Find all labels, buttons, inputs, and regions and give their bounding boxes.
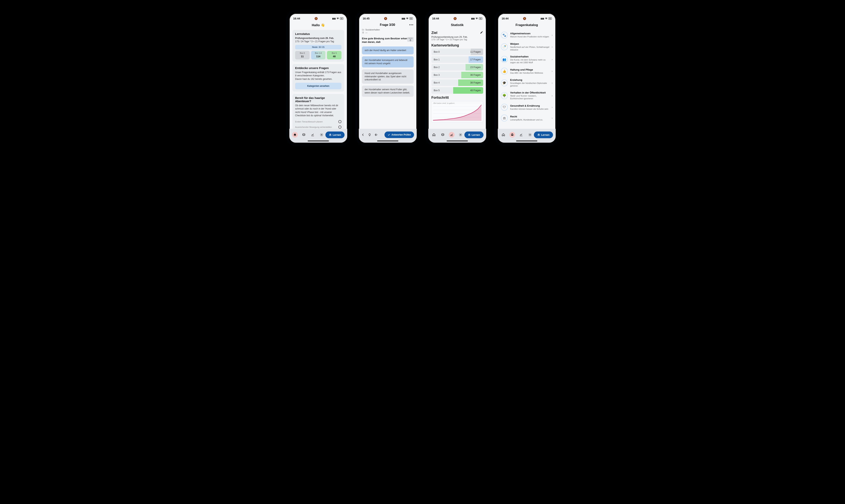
category-icon: 👥 xyxy=(501,56,508,63)
statusbar: 16:44 🔕 ▮▮▮ 52 xyxy=(289,14,347,22)
dist-row[interactable]: Box 438 Fragen xyxy=(431,79,483,86)
category-item[interactable]: ⚖ RechtLeinenpflicht, Hundesteuer und co… xyxy=(501,113,553,123)
category-icon: 🛡 xyxy=(501,104,508,111)
category-item[interactable]: 🎓 ErziehungGrundlagen der hündischen Dip… xyxy=(501,76,553,89)
question-counter: Frage 3/30 xyxy=(366,23,409,26)
dist-row[interactable]: Box 336 Fragen xyxy=(431,72,483,78)
chevron-right-icon: › xyxy=(552,58,553,61)
check-button[interactable]: Antworten Prüfen xyxy=(384,131,414,138)
signal-icon: ▮▮▮ xyxy=(541,17,544,20)
box-1-4[interactable]: Box 1-4 114 xyxy=(311,51,326,59)
category-icon: 🍼 xyxy=(501,43,508,50)
answer-option[interactable]: sich der Hund häufig am Halter orientier… xyxy=(362,47,414,54)
dist-row[interactable]: Box 223 Fragen xyxy=(431,64,483,71)
fach-badge: FACH 0 xyxy=(407,37,414,42)
category-row: Sozialverhalten xyxy=(362,29,414,31)
category-icon: 🎓 xyxy=(501,79,508,86)
categories-button[interactable]: Kategorien ansehen xyxy=(295,83,342,89)
category-icon: 🌳 xyxy=(501,92,508,99)
category-item[interactable]: 🌳 Verhalten in der Öffentlichkeit'Bleib'… xyxy=(501,89,553,102)
category-item[interactable]: 🛡 Gesundheit & ErnährungKarotten können … xyxy=(501,102,553,113)
dist-heading: Kartenverteilung xyxy=(431,43,483,48)
nav-catalog-icon[interactable] xyxy=(510,132,515,138)
chevron-right-icon: › xyxy=(552,94,553,97)
chevron-right-icon: › xyxy=(552,45,553,48)
time-row: — xyxy=(362,32,414,34)
nav-home-icon[interactable] xyxy=(431,132,437,138)
checklist-item[interactable]: Ersten Tierarztbesuch planen xyxy=(295,119,342,124)
back-icon[interactable] xyxy=(362,133,365,136)
radio-icon[interactable] xyxy=(338,120,342,123)
status-mute-icon: 🔕 xyxy=(453,17,457,20)
lernstatus-heading: Lernstatus xyxy=(295,32,342,35)
home-indicator[interactable] xyxy=(447,141,468,141)
page-title: Hallo 👋 xyxy=(292,22,344,30)
nav-catalog-icon[interactable] xyxy=(301,132,307,138)
ziel-heading: Ziel xyxy=(431,31,468,35)
battery-icon: 52 xyxy=(548,17,552,20)
status-time: 16:45 xyxy=(363,17,369,20)
status-right: ▮▮▮ 52 xyxy=(402,17,413,20)
category-item[interactable]: 🐾 AllgemeinwissenWarum Hund den Postbote… xyxy=(501,30,553,40)
more-icon[interactable]: ••• xyxy=(409,23,414,26)
discover-card: Entdecke unsere Fragen Unser Fragenkatal… xyxy=(292,64,344,92)
status-right: ▮▮▮ 52 xyxy=(332,17,343,20)
status-mute-icon: 🔕 xyxy=(523,17,526,20)
chevron-right-icon: › xyxy=(552,70,553,73)
nav-settings-icon[interactable] xyxy=(527,132,533,138)
radio-icon[interactable] xyxy=(338,126,342,129)
today-bar: Heute: 15 / 21 xyxy=(295,45,342,49)
discover-heading: Entdecke unsere Fragen xyxy=(295,66,342,70)
answer-option[interactable]: der Hundehalter konsequent und liebevoll… xyxy=(362,56,414,68)
signal-icon: ▮▮▮ xyxy=(402,17,405,20)
home-indicator[interactable] xyxy=(308,141,329,141)
dist-row[interactable]: Box 548 Fragen xyxy=(431,87,483,94)
status-time: 16:44 xyxy=(293,17,300,20)
nav-stats-icon[interactable] xyxy=(518,132,524,138)
box-0[interactable]: Box 0 11 xyxy=(295,51,310,59)
home-indicator[interactable] xyxy=(377,141,398,141)
nav-stats-icon[interactable] xyxy=(449,132,454,138)
screen-home: 16:44 🔕 ▮▮▮ 52 Hallo 👋 Lernstatus Prüfun… xyxy=(288,12,349,145)
ziel-sub: Prüfungsvorbereitung zum 29. Feb. xyxy=(431,36,468,38)
edit-icon[interactable] xyxy=(480,30,483,34)
checklist-item[interactable]: Ausreichender Bewegung sicherstellen xyxy=(295,124,342,129)
dist-row[interactable]: Box 117 Fragen xyxy=(431,56,483,63)
wifi-icon xyxy=(406,18,409,19)
answer-option[interactable]: der Hundehalter seinem Hund Futter gibt,… xyxy=(362,86,414,97)
svg-point-0 xyxy=(321,134,322,136)
nav-home-icon[interactable] xyxy=(500,132,506,138)
dist-row[interactable]: Box 011 Fragen xyxy=(431,49,483,55)
category-item[interactable]: 🍼 WelpenNiedlichkeit auf vier Pfoten, Sc… xyxy=(501,40,553,53)
nav-catalog-icon[interactable] xyxy=(440,132,446,138)
nav-stats-icon[interactable] xyxy=(310,132,315,138)
nav-settings-icon[interactable] xyxy=(319,132,325,138)
svg-point-9 xyxy=(530,134,531,136)
home-indicator[interactable] xyxy=(516,141,537,141)
screen-question: 16:45 🔕 ▮▮▮ 52 Frage 3/30 ••• Sozialverh… xyxy=(357,12,419,145)
question-text: Eine gute Bindung zum Besitzer erkennt m… xyxy=(362,37,414,44)
nav-home-icon[interactable] xyxy=(292,132,298,138)
wifi-icon xyxy=(337,18,339,19)
restart-icon[interactable] xyxy=(375,133,378,136)
learn-button[interactable]: Lernen xyxy=(464,131,483,138)
hint-icon[interactable] xyxy=(368,133,371,136)
lernstatus-sub: Prüfungsvorbereitung zum 29. Feb. xyxy=(295,37,342,40)
category-item[interactable]: 👍 Haltung und PflegeDas ABC der hündisch… xyxy=(501,66,553,76)
signal-icon: ▮▮▮ xyxy=(471,17,475,20)
lernstatus-card: Lernstatus Prüfungsvorbereitung zum 29. … xyxy=(292,30,344,62)
wifi-icon xyxy=(545,18,548,19)
adventure-card: Bereit für das haarige Abenteuer? Ob dei… xyxy=(292,94,344,129)
box-5[interactable]: Box 5 48 xyxy=(327,51,342,59)
answer-option[interactable]: Hund und Hundehalter ausgelassen miteina… xyxy=(362,69,414,84)
statusbar: 16:45 🔕 ▮▮▮ 52 xyxy=(359,14,417,22)
svg-point-8 xyxy=(460,134,461,136)
status-time: 16:44 xyxy=(432,17,439,20)
learn-button[interactable]: Lernen xyxy=(325,131,345,138)
category-icon: 👍 xyxy=(501,68,508,75)
nav-settings-icon[interactable] xyxy=(458,132,463,138)
page-title: Fragenkatalog xyxy=(501,22,553,30)
category-item[interactable]: 👥 SozialverhaltenDie Kunst, mit dem Schw… xyxy=(501,53,553,66)
status-right: ▮▮▮ 52 xyxy=(541,17,552,20)
learn-button[interactable]: Lernen xyxy=(534,131,553,138)
